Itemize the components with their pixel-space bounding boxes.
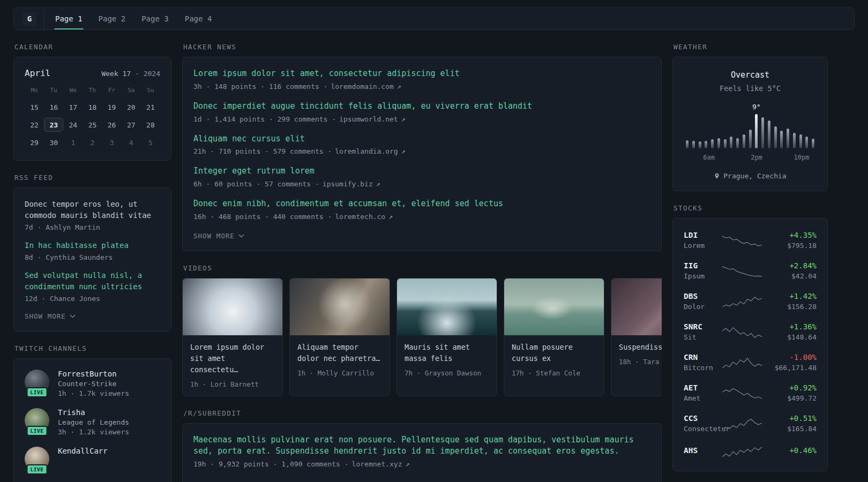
rss-section-title: RSS FEED: [14, 174, 170, 182]
time-label: 10pm: [794, 154, 810, 161]
hn-item-meta: 3h · 148 points · 116 comments ·: [193, 82, 327, 91]
hn-item-title[interactable]: Integer eget rutrum lorem: [193, 165, 650, 177]
hn-item-domain-link[interactable]: loremlandia.org: [335, 147, 398, 155]
calendar-day: 21: [141, 100, 160, 114]
rss-item-title[interactable]: Sed volutpat nulla nisl, a condimentum n…: [25, 270, 160, 292]
video-thumbnail: [183, 278, 282, 335]
stock-row[interactable]: DBS Dolor +1.42% $156.28: [684, 286, 817, 317]
stock-price: $42.04: [769, 272, 817, 280]
weather-hourly-bars: 9°: [686, 114, 814, 148]
stock-name: Ipsum: [684, 272, 715, 280]
show-more-label: SHOW MORE: [25, 312, 66, 320]
stock-change: +0.51%: [769, 414, 817, 423]
stocks-section-title: STOCKS: [674, 204, 827, 212]
video-meta: 7h · Grayson Dawson: [405, 369, 489, 377]
calendar-grid: Mo Tu We Th Fr Sa Su 15 16 17 18 19 20 2…: [25, 87, 160, 149]
stock-price: $795.18: [769, 242, 817, 250]
time-label: 6am: [703, 154, 715, 161]
calendar-week-year: Week 17 · 2024: [101, 70, 160, 78]
stock-symbol: AET: [684, 383, 715, 392]
rss-item-title[interactable]: In hac habitasse platea: [25, 240, 160, 251]
tab-page-2[interactable]: Page 2: [99, 8, 126, 29]
stock-sparkline: [722, 386, 762, 400]
weather-section-title: WEATHER: [674, 43, 827, 51]
hn-item-domain-link[interactable]: loremdomain.com: [331, 82, 393, 91]
stock-row[interactable]: LDI Lorem +4.35% $795.18: [684, 225, 817, 255]
subreddit-post-title[interactable]: Maecenas mollis pulvinar erat non posuer…: [193, 434, 650, 458]
video-card[interactable]: Nullam posuere cursus ex 17h · Stefan Co…: [504, 278, 604, 396]
video-card[interactable]: Mauris sit amet massa felis 7h · Grayson…: [396, 278, 497, 396]
stock-change: -1.00%: [769, 353, 817, 362]
rss-show-more-button[interactable]: SHOW MORE: [25, 312, 76, 320]
stock-name: Dolor: [684, 303, 715, 311]
hn-item-title[interactable]: Lorem ipsum dolor sit amet, consectetur …: [193, 68, 650, 80]
external-link-icon: ↗: [401, 147, 406, 155]
stock-symbol: CCS: [684, 414, 715, 423]
stock-symbol: AHS: [684, 446, 715, 455]
stock-change: +1.36%: [769, 322, 817, 331]
stock-row[interactable]: SNRC Sit +1.36% $148.64: [684, 317, 817, 347]
stock-change: +4.35%: [769, 231, 817, 239]
twitch-widget: LIVE ForrestBurton Counter-Strike 1h · 1…: [13, 358, 171, 482]
hn-item-title[interactable]: Aliquam nec cursus elit: [193, 133, 650, 145]
chevron-down-icon: [238, 234, 244, 238]
weekday-label: Tu: [44, 87, 63, 96]
stock-change: +0.92%: [769, 383, 817, 392]
video-meta: 18h · Tara: [619, 358, 662, 366]
subreddit-section-title: /R/SUBREDDIT: [183, 409, 661, 417]
subreddit-domain-link[interactable]: loremnet.xyz: [352, 460, 402, 468]
stock-price: $66,171.48: [769, 364, 817, 372]
stock-row[interactable]: CCS Consectetur +0.51% $165.84: [684, 408, 817, 439]
tab-page-1[interactable]: Page 1: [55, 8, 83, 29]
time-label: 2pm: [751, 154, 762, 161]
calendar-day: 30: [44, 135, 63, 149]
tab-page-4[interactable]: Page 4: [185, 8, 212, 29]
video-card[interactable]: Aliquam tempor dolor nec pharetra… 1h · …: [289, 278, 390, 396]
twitch-channel-row[interactable]: LIVE KendallCarr: [25, 447, 160, 471]
calendar-day-next-month: 1: [63, 135, 83, 149]
video-title: Nullam posuere cursus ex: [512, 342, 596, 364]
hn-item-domain-link[interactable]: ipsumworld.net: [339, 115, 398, 123]
calendar-day: 20: [122, 100, 141, 114]
video-meta: 1h · Molly Carrillo: [297, 369, 382, 377]
calendar-day: 22: [25, 118, 44, 132]
hn-item-domain-link[interactable]: loremtech.co: [335, 213, 385, 221]
video-title: Lorem ipsum dolor sit amet consectetu…: [190, 342, 275, 375]
calendar-day: 19: [102, 100, 122, 114]
weather-widget: Overcast Feels like 5°C 9° 6am 2pm 10pm …: [672, 57, 828, 191]
calendar-week-label: Week 17: [101, 70, 131, 78]
avatar: LIVE: [25, 447, 49, 471]
hn-item-domain-link[interactable]: ipsumify.biz: [323, 180, 373, 188]
rss-item-title[interactable]: Donec tempor eros leo, ut commodo mauris…: [25, 199, 160, 221]
dashboard-layout: CALENDAR April Week 17 · 2024 Mo Tu We T…: [0, 30, 868, 482]
stock-symbol: LDI: [684, 231, 715, 239]
rss-item-meta: 8d · Cynthia Saunders: [25, 253, 160, 261]
weather-feels-like: Feels like 5°C: [684, 84, 817, 93]
stock-name: Lorem: [684, 242, 715, 250]
stock-row[interactable]: AET Amet +0.92% $499.72: [684, 378, 817, 408]
twitch-channel-row[interactable]: LIVE ForrestBurton Counter-Strike 1h · 1…: [25, 370, 160, 397]
channel-name: KendallCarr: [58, 447, 108, 455]
weather-condition: Overcast: [684, 70, 817, 80]
weekday-label: Mo: [25, 87, 44, 96]
calendar-widget: April Week 17 · 2024 Mo Tu We Th Fr Sa S…: [13, 57, 171, 161]
hn-item-title[interactable]: Donec imperdiet augue tincidunt felis al…: [193, 101, 650, 112]
logo-container: G: [19, 8, 44, 29]
stock-symbol: IIG: [684, 261, 715, 270]
stock-row[interactable]: IIG Ipsum +2.84% $42.04: [684, 255, 817, 286]
tab-page-3[interactable]: Page 3: [141, 8, 169, 29]
stock-row[interactable]: CRN Bitcorn -1.00% $66,171.48: [684, 347, 817, 378]
calendar-day-next-month: 5: [141, 135, 160, 149]
video-card[interactable]: Lorem ipsum dolor sit amet consectetu… 1…: [182, 278, 283, 396]
hn-show-more-button[interactable]: SHOW MORE: [193, 232, 244, 240]
stock-name: Bitcorn: [684, 364, 715, 372]
twitch-channel-row[interactable]: LIVE Trisha League of Legends 3h · 1.2k …: [25, 408, 160, 436]
avatar: LIVE: [25, 408, 49, 433]
stock-change: +2.84%: [769, 261, 817, 270]
hn-item-title[interactable]: Donec enim nibh, condimentum et accumsan…: [193, 198, 650, 210]
video-meta: 1h · Lori Barnett: [190, 380, 275, 388]
video-card[interactable]: Suspendisse diam 18h · Tara: [611, 278, 662, 396]
stock-price: $499.72: [769, 394, 817, 402]
calendar-year: 2024: [144, 70, 160, 78]
stock-row[interactable]: AHS +0.46%: [684, 439, 817, 464]
